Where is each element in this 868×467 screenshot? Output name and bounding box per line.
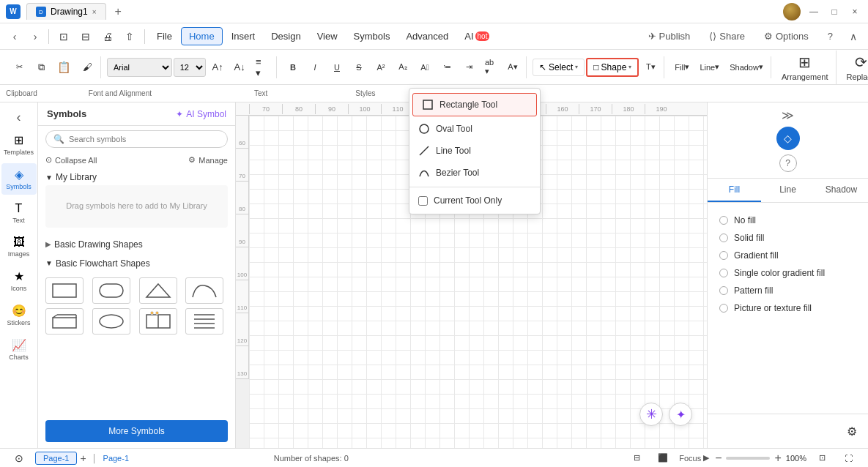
nav-back-button[interactable]: ‹ — [6, 28, 23, 45]
select-button[interactable]: ↖ Select ▾ — [533, 59, 585, 76]
fill-button[interactable]: Fill ▾ — [670, 56, 694, 78]
list-btn[interactable]: ≔ — [437, 56, 457, 78]
page-tab-1[interactable]: Page-1 — [35, 452, 77, 465]
menu-view[interactable]: View — [310, 28, 345, 45]
format-painter-button[interactable]: 🖌 — [77, 56, 97, 78]
flowchart-shape-6[interactable] — [92, 308, 130, 335]
cut-button[interactable]: ✂ — [9, 56, 29, 78]
maximize-button[interactable]: □ — [827, 4, 842, 19]
options-button[interactable]: ⚙ Options — [757, 28, 816, 45]
increase-font-btn[interactable]: A↑ — [207, 56, 228, 78]
shadow-button[interactable]: Shadow ▾ — [725, 56, 768, 78]
menu-ai[interactable]: AIhot — [457, 28, 497, 45]
share-button[interactable]: ⟨⟩ Share — [702, 28, 752, 45]
zoom-in-button[interactable]: + — [774, 452, 781, 465]
sidebar-item-text[interactable]: T Text — [1, 198, 37, 228]
sidebar-item-charts[interactable]: 📈 Charts — [1, 334, 37, 365]
font-color-btn[interactable]: A▾ — [502, 56, 523, 78]
fill-pattern-radio[interactable] — [719, 286, 728, 295]
line-tool-item[interactable]: Line Tool — [409, 140, 540, 162]
rectangle-tool-item[interactable]: Rectangle Tool — [412, 93, 537, 116]
tab-line[interactable]: Line — [761, 179, 815, 202]
fit-screen-btn[interactable]: ⊡ — [812, 447, 833, 468]
flowchart-shape-2[interactable] — [92, 277, 130, 304]
close-button[interactable]: × — [847, 4, 862, 19]
flowchart-shape-7[interactable] — [139, 308, 177, 335]
help-button[interactable]: ? — [820, 28, 840, 45]
user-avatar[interactable] — [783, 3, 801, 20]
shape-button[interactable]: □ Shape ▾ — [586, 58, 639, 77]
italic-button[interactable]: I — [305, 56, 325, 78]
fill-option-picture[interactable]: Picture or texture fill — [716, 299, 859, 317]
sidebar-collapse-btn[interactable]: ‹ — [10, 108, 28, 126]
current-tool-checkbox[interactable] — [418, 196, 428, 206]
fill-option-pattern[interactable]: Pattern fill — [716, 282, 859, 299]
flowchart-shape-1[interactable] — [45, 277, 84, 304]
indent-btn[interactable]: ⇥ — [459, 56, 479, 78]
align-btn[interactable]: ≡ ▾ — [251, 56, 273, 78]
menu-symbols[interactable]: Symbols — [346, 28, 398, 45]
fill-option-solid[interactable]: Solid fill — [716, 229, 859, 247]
sparkle-button[interactable]: ✳ — [639, 403, 663, 426]
fill-picture-radio[interactable] — [719, 304, 728, 313]
focus-button[interactable]: Focus ▶ — [679, 453, 709, 463]
fill-option-gradient[interactable]: Gradient fill — [716, 247, 859, 264]
new-tab-button[interactable]: + — [115, 5, 122, 18]
sidebar-item-icons[interactable]: ★ Icons — [1, 265, 37, 296]
line-button[interactable]: Line ▾ — [695, 56, 724, 78]
fill-gradient-radio[interactable] — [719, 251, 728, 260]
my-library-header[interactable]: ▼ My Library — [45, 172, 228, 182]
sidebar-item-symbols[interactable]: ◈ Symbols — [1, 163, 37, 195]
fill-single-gradient-radio[interactable] — [719, 269, 728, 277]
fill-option-single-gradient[interactable]: Single color gradient fill — [716, 264, 859, 282]
flowchart-shape-4[interactable] — [185, 277, 223, 304]
panel-settings-btn[interactable]: ⚙ — [842, 420, 862, 442]
strikethrough-button[interactable]: S — [349, 56, 369, 78]
nav-forward-button[interactable]: › — [26, 28, 44, 45]
print-btn[interactable]: 🖨 — [97, 26, 118, 48]
flowchart-shape-8[interactable] — [185, 308, 223, 335]
tab-shadow[interactable]: Shadow — [815, 179, 868, 202]
basic-flowchart-header[interactable]: ▼ Basic Flowchart Shapes — [38, 254, 235, 273]
fill-solid-radio[interactable] — [719, 234, 728, 242]
text-button[interactable]: T▾ — [640, 56, 661, 78]
current-tool-only-item[interactable]: Current Tool Only — [409, 190, 540, 211]
menu-insert[interactable]: Insert — [224, 28, 263, 45]
right-panel-help-btn[interactable]: ? — [779, 154, 797, 172]
paste-button[interactable]: 📋 — [53, 56, 75, 78]
replace-button[interactable]: ⟳ Replace — [842, 51, 868, 84]
oval-tool-item[interactable]: Oval Tool — [409, 118, 540, 140]
arrangement-button[interactable]: ⊞ Arrangement — [777, 51, 833, 84]
clipboard-icon-btn[interactable]: ⊡ — [53, 26, 74, 48]
statusbar-layers-btn[interactable]: ⊟ — [626, 447, 647, 468]
font-name-select[interactable]: Arial — [107, 58, 172, 77]
underline-button[interactable]: U — [327, 56, 347, 78]
menu-file[interactable]: File — [149, 28, 179, 45]
export-btn[interactable]: ⊟ — [75, 26, 96, 48]
publish-button[interactable]: ✈ Publish — [641, 28, 698, 45]
sidebar-item-templates[interactable]: ⊞ Templates — [1, 129, 37, 160]
menu-advanced[interactable]: Advanced — [398, 28, 456, 45]
ai-symbol-button[interactable]: ✦ AI Symbol — [176, 109, 226, 119]
search-input[interactable] — [69, 135, 220, 143]
manage-button[interactable]: ⚙ Manage — [188, 155, 228, 165]
bold-button[interactable]: B — [283, 56, 303, 78]
tab-close-button[interactable]: × — [92, 8, 97, 16]
copy-button[interactable]: ⧉ — [31, 56, 51, 78]
zoom-slider[interactable] — [726, 457, 770, 460]
menu-design[interactable]: Design — [264, 28, 308, 45]
minimize-button[interactable]: — — [806, 4, 821, 19]
text-style-btn[interactable]: ab ▾ — [481, 56, 501, 78]
statusbar-fit-btn[interactable]: ⬛ — [653, 447, 673, 468]
right-panel-expand[interactable]: ≫ — [782, 108, 794, 122]
fill-none-radio[interactable] — [719, 216, 728, 225]
font-size-select[interactable]: 12 — [174, 58, 206, 77]
menu-home[interactable]: Home — [181, 27, 223, 45]
subscript-btn[interactable]: A₂ — [393, 56, 413, 78]
right-panel-main-icon[interactable]: ◇ — [776, 127, 800, 150]
collapse-all-button[interactable]: ⊙ Collapse All — [45, 155, 97, 165]
bezier-tool-item[interactable]: Bezier Tool — [409, 162, 540, 184]
superscript-btn[interactable]: A² — [371, 56, 391, 78]
zoom-out-button[interactable]: − — [715, 452, 722, 465]
sidebar-item-stickers[interactable]: 😊 Stickers — [1, 299, 37, 331]
